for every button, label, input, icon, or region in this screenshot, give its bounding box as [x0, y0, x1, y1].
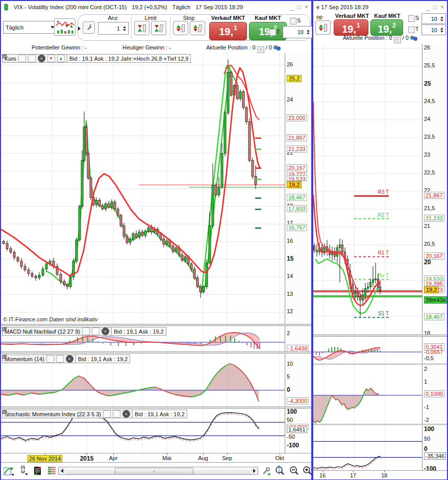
chart-type-button[interactable] [54, 18, 76, 36]
gears-icon[interactable] [273, 44, 281, 50]
axis-label: 0,1000 [424, 390, 444, 397]
close-position-icon[interactable]: × [394, 37, 401, 43]
limit-sell-button[interactable] [151, 21, 166, 35]
window-title: VIX - Volatility Index (200 mini Cont (O… [14, 4, 127, 10]
wrench-icon[interactable] [82, 327, 90, 335]
detach-window-icon[interactable] [92, 327, 99, 335]
settings-wrench-button[interactable] [83, 21, 95, 34]
right-momentum-panel[interactable]: 210,1000-1-2 [313, 365, 447, 424]
scrollbar-thumb[interactable]: ≡ [115, 468, 193, 475]
scroll-left-button[interactable] [59, 467, 65, 474]
axis-label: 2 [424, 366, 427, 372]
momentum-axis[interactable]: 1050-4,3000 [285, 353, 311, 407]
detach-window-icon[interactable] [113, 410, 120, 418]
right-stoch-axis[interactable]: 100500-35,346-100 [422, 425, 447, 470]
right-macd-axis[interactable]: 0,3041-0,0657-0,5 [422, 337, 447, 364]
limit-buy-button[interactable] [134, 21, 150, 35]
momentum-panel[interactable]: Momentum (14) × Bid : 19,1 Ask : 19,2 10… [1, 353, 311, 407]
sell-market-button[interactable]: 19,1 [334, 19, 368, 36]
maximize-button[interactable]: □ [297, 5, 301, 10]
report-button[interactable] [32, 465, 44, 476]
bid-ask-readout: Bid : 19,1 Ask : 19,2 Jahr:+Hoch 26,8 +T… [67, 54, 191, 63]
magnet-icon [18, 466, 29, 476]
close-icon[interactable]: × [66, 355, 73, 363]
right-price-axis[interactable]: 2625,52524,52423,52322,52221,52120,52018… [422, 44, 447, 335]
stop-buy-button[interactable] [173, 21, 188, 35]
wrench-icon [86, 24, 91, 31]
buy-market-button[interactable]: 19,2 [370, 19, 403, 36]
time-axis[interactable]: 26 Nov 20142015AprMaiAugSepOkt [1, 453, 311, 463]
buy-market-button[interactable]: 19,2 [249, 22, 287, 40]
close-button[interactable]: × [305, 5, 308, 10]
potential-gain: Potentieller Gewinn : - [32, 44, 87, 50]
right-price-panel[interactable]: R3 TR2 TR1 TPiv TS1 T 2625,52524,52423,5… [313, 44, 447, 335]
timeframe-select[interactable]: Täglich [3, 21, 57, 34]
axis-label: 24 [424, 116, 430, 122]
magnet-tool-button[interactable] [17, 465, 30, 476]
minimize-button[interactable]: _ [426, 5, 430, 10]
axis-label: 0 [287, 386, 290, 393]
title-datetime: 17 Sep 2015 18:29 [195, 4, 243, 10]
wrench-icon[interactable] [103, 410, 111, 418]
s-checkbox[interactable] [290, 18, 296, 24]
close-icon[interactable]: × [38, 55, 45, 62]
t-quantity-stepper[interactable]: 10 [421, 24, 446, 35]
axis-label: 13 [287, 291, 293, 297]
price-axis[interactable]: 2624211817161514131225,223,00021,86721,2… [285, 53, 311, 324]
t-checkbox[interactable] [408, 27, 415, 33]
market-depth-button[interactable] [46, 465, 58, 476]
s-checkbox[interactable] [408, 15, 415, 22]
right-macd-panel[interactable]: 0,3041-0,0657-0,5 [313, 337, 447, 364]
right-stoch-panel[interactable]: 100500-35,346-100 [313, 425, 447, 470]
expand-arrow-icon[interactable] [78, 27, 81, 31]
axis-label: 25,2 [287, 75, 302, 82]
wrench-icon[interactable] [46, 355, 54, 363]
axis-label: 20,5 [424, 241, 435, 247]
wrench-icon[interactable] [18, 55, 26, 62]
close-icon[interactable]: × [122, 410, 130, 418]
zoom-range-button[interactable] [273, 465, 286, 476]
stop-sell-button[interactable] [190, 21, 205, 35]
axis-label: 23,000 [287, 114, 307, 121]
right-momentum-axis[interactable]: 210,1000-1-2 [422, 365, 447, 424]
arrow-up-icon[interactable]: ▲ [57, 55, 65, 62]
close-button[interactable]: × [440, 5, 444, 10]
close-icon[interactable]: × [102, 327, 109, 335]
quantity-stepper[interactable]: 1 [98, 22, 129, 35]
chart-settings-button[interactable] [260, 465, 272, 476]
draw-arrow-icon [4, 466, 15, 476]
time-label: Apr [109, 455, 117, 461]
horizontal-scrollbar[interactable]: ≡ [58, 467, 258, 475]
bid-ask-readout: Bid : 19,1 Ask : 19,2 [133, 410, 187, 418]
maximize-button[interactable]: □ [433, 5, 437, 10]
arrow-down-icon[interactable]: ▼ [47, 55, 55, 62]
draw-tool-button[interactable] [3, 465, 15, 476]
detach-window-icon[interactable] [56, 355, 64, 363]
price-panel[interactable]: Kurs × ▼ ▲ Bid : 19,1 Ask : 19,2 Jahr:+H… [1, 53, 311, 324]
right-time-axis[interactable]: 161718 [313, 470, 447, 479]
macd-axis[interactable]: 2-1,6438 [285, 326, 311, 351]
gears-icon[interactable] [410, 35, 417, 41]
zoom-in-button[interactable] [301, 465, 313, 476]
stoch-axis[interactable]: 10050-29,7831,6451-50-100 [285, 409, 311, 453]
s-label: S [415, 15, 419, 21]
zoom-out-button[interactable] [288, 465, 300, 476]
minimize-button[interactable]: _ [290, 5, 294, 10]
panel-name: Stochastic Momentum Index (22 3 5 3) [5, 411, 101, 417]
s-quantity-stepper[interactable]: 10 [421, 13, 446, 24]
pnl-row: Potentieller Gewinn : - Heutiger Gewinn … [1, 43, 311, 54]
up-arrow-icon [319, 24, 323, 28]
s-quantity-stepper[interactable]: 10 [283, 26, 312, 38]
detach-window-icon[interactable] [28, 55, 36, 62]
t-checkbox[interactable] [269, 29, 276, 36]
axis-label: 100 [287, 409, 297, 415]
stop-order-button[interactable] [315, 20, 331, 35]
macd-panel[interactable]: MACD Null Nachlauf (12 27 9) × Bid : 19,… [1, 326, 311, 351]
close-position-icon[interactable]: × [257, 46, 264, 53]
scroll-right-button[interactable] [251, 467, 258, 474]
axis-label: -1,6438 [287, 345, 309, 351]
svg-text:S1 T: S1 T [378, 311, 389, 316]
axis-label: -0,5 [424, 355, 434, 361]
stoch-panel[interactable]: Stochastic Momentum Index (22 3 5 3) × B… [1, 409, 311, 453]
sell-market-button[interactable]: 19,1 [209, 22, 247, 40]
